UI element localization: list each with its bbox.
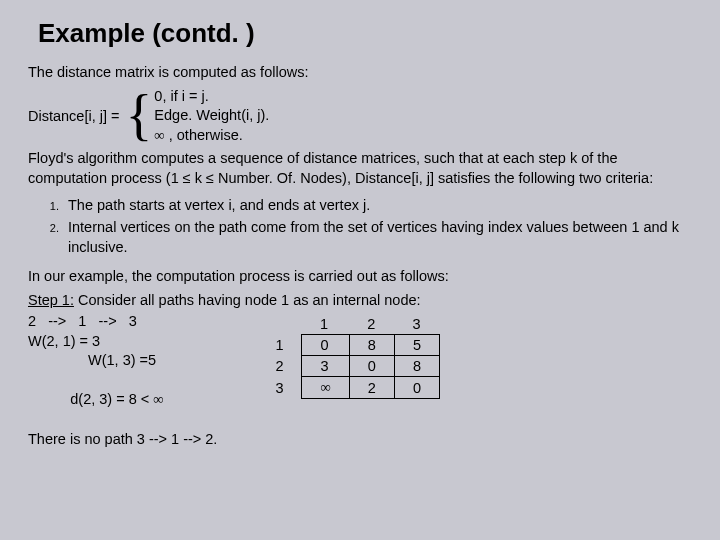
case-3-suffix: , otherwise. (165, 127, 243, 143)
row-header-2: 2 (257, 356, 302, 377)
cell-3-2: 2 (349, 377, 394, 399)
step-1-rest: Consider all paths having node 1 as an i… (74, 292, 421, 308)
col-header-3: 3 (394, 314, 439, 335)
cell-1-1: 0 (302, 335, 349, 356)
step-1-work: 2 --> 1 --> 3 W(2, 1) = 3 W(1, 3) =5 d(2… (28, 312, 217, 449)
cell-2-1: 3 (302, 356, 349, 377)
brace-icon: { (125, 92, 152, 140)
row-header-3: 3 (257, 377, 302, 399)
cell-2-3: 8 (394, 356, 439, 377)
example-lead: In our example, the computation process … (28, 267, 692, 287)
floyd-text: Floyd's algorithm computes a sequence of… (28, 149, 692, 188)
col-header-1: 1 (302, 314, 349, 335)
criterion-2: Internal vertices on the path come from … (62, 218, 692, 257)
d23-prefix: d(2, 3) = 8 < (70, 391, 153, 407)
d23-line: d(2, 3) = 8 < ∞ (38, 371, 217, 430)
col-header-2: 2 (349, 314, 394, 335)
cell-2-2: 0 (349, 356, 394, 377)
cell-3-1: ∞ (302, 377, 349, 399)
w13-line: W(1, 3) =5 (88, 351, 217, 371)
step-1-label: Step 1: (28, 292, 74, 308)
criterion-1: The path starts at vertex i, and ends at… (62, 196, 692, 216)
path-line: 2 --> 1 --> 3 (28, 312, 217, 332)
nopath-line: There is no path 3 --> 1 --> 2. (28, 430, 217, 450)
row-header-1: 1 (257, 335, 302, 356)
infinity-symbol-2: ∞ (153, 391, 163, 407)
cell-1-2: 8 (349, 335, 394, 356)
intro-text: The distance matrix is computed as follo… (28, 63, 692, 83)
distance-definition: Distance[i, j] = { 0, if i = j. Edge. We… (28, 87, 692, 146)
case-3: ∞ , otherwise. (154, 126, 269, 146)
distance-matrix-table: 1 2 3 1 0 8 5 2 3 0 8 3 ∞ 2 0 (257, 314, 440, 399)
cell-1-3: 5 (394, 335, 439, 356)
slide-title: Example (contd. ) (38, 18, 692, 49)
distance-label: Distance[i, j] = (28, 108, 125, 124)
step-1-line: Step 1: Consider all paths having node 1… (28, 291, 692, 311)
w21-line: W(2, 1) = 3 (28, 332, 217, 352)
criteria-list: The path starts at vertex i, and ends at… (28, 196, 692, 257)
cell-3-3: 0 (394, 377, 439, 399)
case-1: 0, if i = j. (154, 87, 269, 107)
infinity-symbol: ∞ (154, 127, 164, 143)
case-2: Edge. Weight(i, j). (154, 106, 269, 126)
